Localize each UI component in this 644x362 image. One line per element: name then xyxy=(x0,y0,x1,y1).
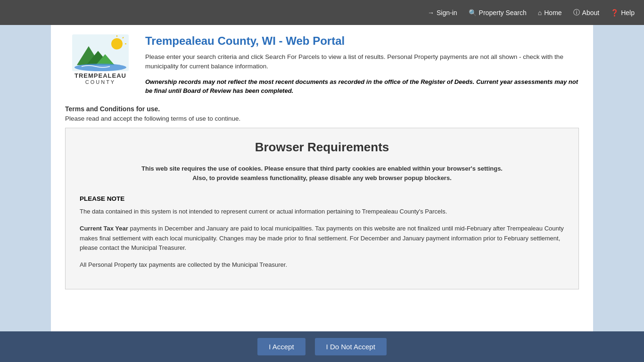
signin-icon: → xyxy=(428,9,434,16)
info-icon: ⓘ xyxy=(573,8,580,17)
page-title: Trempealeau County, WI - Web Portal xyxy=(145,34,579,48)
terms-section: Terms and Conditions for use. Please rea… xyxy=(65,105,579,290)
content-area: TREMPEALEAU COUNTY Trempealeau County, W… xyxy=(51,25,593,362)
header-text: Trempealeau County, WI - Web Portal Plea… xyxy=(145,34,579,96)
signin-link[interactable]: → Sign-in xyxy=(428,9,457,16)
header-section: TREMPEALEAU COUNTY Trempealeau County, W… xyxy=(65,34,579,96)
navigation-bar: → Sign-in 🔍 Property Search ⌂ Home ⓘ Abo… xyxy=(0,0,644,25)
current-tax-year-body: payments in December and January are pai… xyxy=(80,225,564,252)
help-link[interactable]: ❓ Help xyxy=(611,9,635,16)
do-not-accept-button[interactable]: I Do Not Accept xyxy=(315,338,387,355)
intro-text: Please enter your search criteria and cl… xyxy=(145,52,579,72)
svg-point-1 xyxy=(111,38,123,49)
logo-text: TREMPEALEAU xyxy=(74,72,126,79)
home-icon: ⌂ xyxy=(538,9,542,16)
please-note-label: PLEASE NOTE xyxy=(80,195,564,202)
help-icon: ❓ xyxy=(611,9,619,16)
property-search-link[interactable]: 🔍 Property Search xyxy=(469,9,527,16)
terms-section-title: Terms and Conditions for use. xyxy=(65,105,579,113)
browser-req-note: This web site requires the use of cookie… xyxy=(80,164,564,184)
terms-box: Browser Requirements This web site requi… xyxy=(65,128,579,290)
county-logo xyxy=(72,34,129,72)
current-tax-year-text: Current Tax Year payments in December an… xyxy=(80,224,564,253)
browser-requirements-title: Browser Requirements xyxy=(80,140,564,155)
note-text: The data contained in this system is not… xyxy=(80,207,564,217)
personal-property-text: All Personal Property tax payments are c… xyxy=(80,260,564,270)
warning-text: Ownership records may not reflect the mo… xyxy=(145,77,579,96)
about-link[interactable]: ⓘ About xyxy=(573,8,600,17)
button-bar: I Accept I Do Not Accept xyxy=(0,331,644,362)
current-tax-year-label: Current Tax Year xyxy=(80,225,128,232)
home-link[interactable]: ⌂ Home xyxy=(538,9,562,16)
accept-button[interactable]: I Accept xyxy=(257,338,305,355)
page-wrapper: TREMPEALEAU COUNTY Trempealeau County, W… xyxy=(0,25,644,362)
logo-subtext: COUNTY xyxy=(85,79,116,85)
search-icon: 🔍 xyxy=(469,9,477,16)
logo-area: TREMPEALEAU COUNTY xyxy=(65,34,136,85)
terms-section-intro: Please read and accept the following ter… xyxy=(65,115,579,122)
svg-line-3 xyxy=(123,37,124,38)
